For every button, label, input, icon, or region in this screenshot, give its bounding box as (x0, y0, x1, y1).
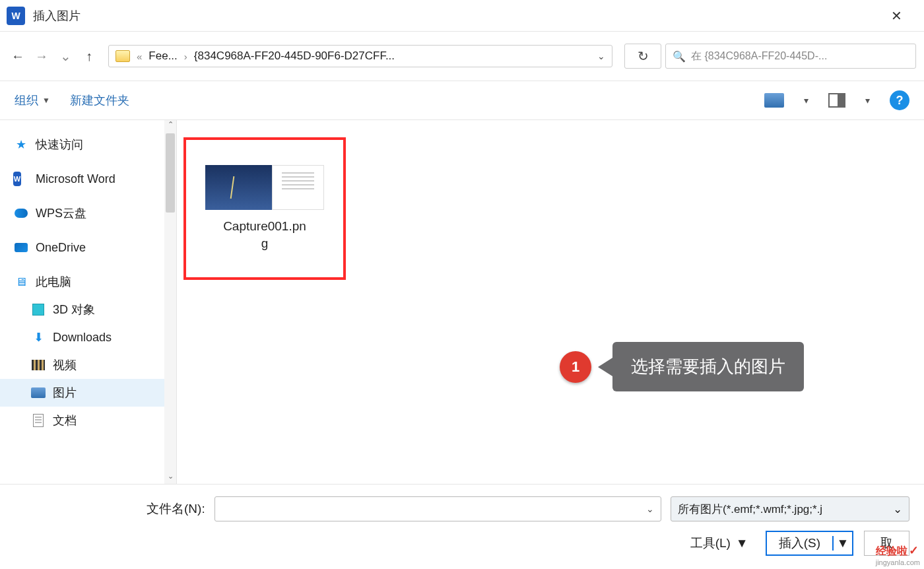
sidebar-item-onedrive[interactable]: OneDrive (0, 234, 176, 261)
preview-dropdown-icon[interactable]: ▾ (865, 95, 870, 106)
newfolder-label: 新建文件夹 (70, 92, 129, 108)
nav-row: ← → ⌄ ↑ « Fee... › {834C968A-FF20-445D-9… (0, 32, 924, 81)
recent-chevron[interactable]: ⌄ (55, 46, 75, 66)
view-dropdown-icon[interactable]: ▾ (804, 95, 808, 106)
up-button[interactable]: ↑ (79, 46, 99, 66)
close-button[interactable]: ✕ (888, 8, 904, 24)
new-folder-button[interactable]: 新建文件夹 (70, 92, 129, 108)
organize-label: 组织 (15, 92, 38, 108)
sidebar-item-word[interactable]: W Microsoft Word (0, 165, 176, 193)
filename-row: 文件名(N): ⌄ 所有图片(*.emf;*.wmf;*.jpg;*.j ⌄ (15, 496, 909, 521)
scroll-up-icon[interactable]: ⌃ (168, 120, 174, 132)
cloud-icon (13, 206, 29, 220)
file-name: Capture001.pn g (223, 218, 306, 251)
back-button[interactable]: ← (8, 46, 28, 66)
title-bar: W 插入图片 ✕ (0, 0, 924, 32)
sidebar-item-label: OneDrive (36, 241, 86, 255)
sidebar-item-label: Microsoft Word (36, 172, 116, 186)
navigation-sidebar: ⌃ ⌄ ★ 快速访问 W Microsoft Word WPS云盘 OneDri… (0, 120, 177, 484)
callout-arrow-icon (598, 358, 612, 376)
sidebar-item-wps[interactable]: WPS云盘 (0, 199, 176, 227)
document-icon (30, 413, 46, 428)
scroll-down-icon[interactable]: ⌄ (168, 472, 174, 484)
callout-text: 选择需要插入的图片 (612, 342, 804, 391)
sidebar-item-label: 图片 (53, 385, 77, 401)
pc-icon: 🖥 (13, 275, 29, 289)
sidebar-item-quickaccess[interactable]: ★ 快速访问 (0, 131, 176, 158)
sidebar-item-label: WPS云盘 (36, 205, 86, 221)
sidebar-item-label: 此电脑 (36, 274, 71, 290)
refresh-button[interactable]: ↻ (624, 44, 661, 69)
sidebar-item-label: 视频 (53, 357, 77, 373)
organize-button[interactable]: 组织 ▼ (15, 92, 50, 108)
file-item-capture001[interactable]: Capture001.pn g (183, 137, 346, 280)
step-badge: 1 (560, 351, 591, 383)
breadcrumb-seg1[interactable]: Fee... (148, 50, 177, 63)
filter-text: 所有图片(*.emf;*.wmf;*.jpg;*.j (678, 502, 822, 517)
body-area: ⌃ ⌄ ★ 快速访问 W Microsoft Word WPS云盘 OneDri… (0, 120, 924, 485)
folder-icon (116, 50, 130, 62)
picture-icon (30, 385, 46, 400)
chevron-down-icon: ▼ (42, 96, 50, 105)
chevron-down-icon: ▼ (736, 536, 748, 551)
sidebar-item-downloads[interactable]: ⬇ Downloads (0, 323, 176, 351)
sidebar-scrollbar[interactable]: ⌃ ⌄ (164, 120, 176, 484)
word-app-icon: W (7, 7, 25, 25)
sidebar-item-3d[interactable]: 3D 对象 (0, 296, 176, 323)
insert-split-chevron[interactable]: ▼ (832, 536, 852, 551)
thumbnail-view-icon[interactable] (764, 93, 784, 108)
footer: 文件名(N): ⌄ 所有图片(*.emf;*.wmf;*.jpg;*.j ⌄ 工… (0, 485, 924, 562)
button-row: 工具(L) ▼ 插入(S) ▼ 取 (15, 531, 909, 556)
chevron-down-icon: ⌄ (893, 502, 902, 516)
breadcrumb-prefix: « (137, 51, 142, 62)
sidebar-item-label: 快速访问 (36, 137, 83, 152)
download-icon: ⬇ (30, 330, 46, 345)
sidebar-item-label: Downloads (53, 331, 112, 345)
sidebar-list: ★ 快速访问 W Microsoft Word WPS云盘 OneDrive 🖥… (0, 120, 176, 445)
sidebar-item-video[interactable]: 视频 (0, 351, 176, 379)
onedrive-icon (13, 240, 29, 255)
sidebar-item-label: 文档 (53, 413, 77, 428)
breadcrumb-seg2[interactable]: {834C968A-FF20-445D-90F6-D27CFF... (194, 50, 395, 63)
search-placeholder: 在 {834C968A-FF20-445D-... (691, 50, 827, 63)
chevron-down-icon[interactable]: ⌄ (646, 504, 654, 514)
file-pane[interactable]: Capture001.pn g 1 选择需要插入的图片 (177, 120, 924, 484)
sidebar-item-label: 3D 对象 (53, 302, 95, 318)
toolbar-row: 组织 ▼ 新建文件夹 ▾ ▾ ? (0, 81, 924, 120)
word-icon: W (13, 172, 29, 186)
filetype-filter[interactable]: 所有图片(*.emf;*.wmf;*.jpg;*.j ⌄ (671, 496, 909, 521)
sidebar-item-docs[interactable]: 文档 (0, 407, 176, 434)
scroll-thumb[interactable] (166, 133, 175, 213)
sidebar-item-thispc[interactable]: 🖥 此电脑 (0, 268, 176, 296)
search-input[interactable]: 🔍 在 {834C968A-FF20-445D-... (665, 44, 916, 69)
chevron-right-icon: › (184, 51, 187, 62)
file-thumbnail (205, 165, 324, 210)
filename-label: 文件名(N): (147, 500, 205, 518)
cube-icon (30, 302, 46, 317)
address-dropdown-icon[interactable]: ⌄ (597, 51, 605, 61)
sidebar-item-pictures[interactable]: 图片 (0, 379, 176, 407)
help-button[interactable]: ? (890, 90, 909, 110)
dialog-title: 插入图片 (33, 8, 888, 24)
insert-button[interactable]: 插入(S) ▼ (766, 531, 853, 556)
star-icon: ★ (13, 137, 29, 152)
preview-pane-icon[interactable] (828, 93, 845, 108)
video-icon (30, 358, 46, 372)
insert-label: 插入(S) (767, 535, 832, 552)
filename-input[interactable]: ⌄ (214, 496, 661, 521)
search-icon: 🔍 (673, 50, 686, 63)
annotation-callout: 1 选择需要插入的图片 (560, 342, 804, 391)
forward-button[interactable]: → (32, 46, 51, 66)
tools-dropdown[interactable]: 工具(L) ▼ (690, 535, 748, 552)
tools-label: 工具(L) (690, 535, 731, 552)
address-bar[interactable]: « Fee... › {834C968A-FF20-445D-90F6-D27C… (108, 45, 612, 67)
watermark: 经验啦✓ jingyanla.com (876, 543, 920, 566)
